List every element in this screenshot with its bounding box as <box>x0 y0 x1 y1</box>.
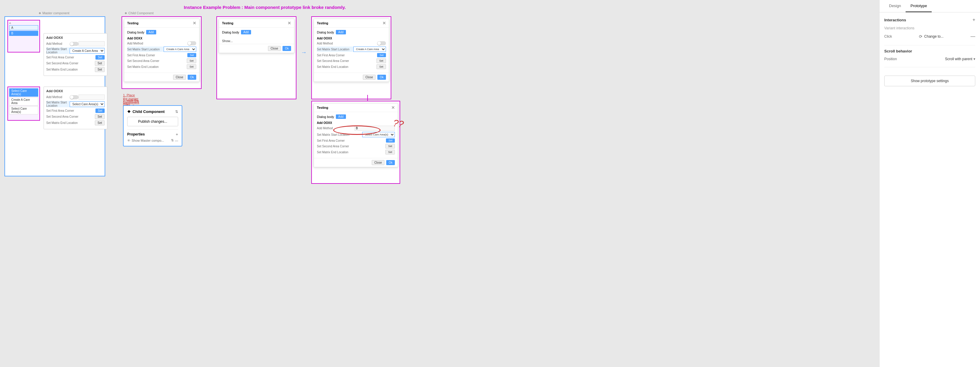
matrix-select-1[interactable]: Create A Care Area <box>70 48 105 54</box>
dialog-1-close-btn[interactable]: Close <box>173 75 186 80</box>
dialog-1-ok-btn[interactable]: Ok <box>188 75 196 80</box>
method-row-1: Add Method <box>46 41 105 46</box>
dialog-4-body: Dialog body Add Add OOXX Add Method Set … <box>314 112 398 158</box>
dialog-4-ooxx-panel: Add OOXX Add Method Set Matrix Start Loc… <box>317 121 395 154</box>
tab-prototype[interactable]: Prototype <box>905 0 932 12</box>
scroll-with-parent-label: Scroll with parent <box>945 57 972 61</box>
dialog-end-btn-3[interactable]: Set <box>377 64 386 69</box>
master-dropdown-select[interactable]: Select Care Area(s) <box>9 88 38 97</box>
dialog-second-btn-1[interactable]: Set <box>187 59 196 63</box>
end-btn-1[interactable]: Set <box>95 67 105 72</box>
interactions-section: Interactions + Variant interactions Clic… <box>884 17 975 39</box>
dialog-matrix-1[interactable]: Create A Care Area <box>164 46 196 52</box>
dialog-4-close-icon[interactable]: ✕ <box>391 105 395 110</box>
dialog-matrix-3[interactable]: Create A Care Area <box>353 46 386 52</box>
method-toggle-2[interactable] <box>70 95 78 99</box>
dialog-2-ok-btn[interactable]: Ok <box>283 46 291 51</box>
remove-interaction-icon[interactable]: — <box>970 34 975 39</box>
dialog-4-close-btn[interactable]: Close <box>372 160 385 165</box>
dialog-3-footer: Close Ok <box>314 73 389 81</box>
dialog-2: Testing ✕ Dialog body Add Show... Close … <box>219 19 294 53</box>
end-btn-2[interactable]: Set <box>95 120 105 126</box>
dialog-2-footer: Close Ok <box>219 44 294 53</box>
master-outer-container: A A B Add OOXX Add Method Set Matrix Sta… <box>5 16 105 176</box>
dialog-1-container: Testing ✕ Dialog body Add Add OOXX Add M… <box>121 16 202 89</box>
dialog-1-body-row: Dialog body Add <box>127 30 196 34</box>
first-row-1: Set First Area Corner Set <box>46 55 105 60</box>
refresh-icon: ⟳ <box>919 34 923 39</box>
dialog-2-header: Testing ✕ <box>219 19 294 27</box>
position-row: Position Scroll with parent ▾ <box>884 57 975 61</box>
properties-section: Properties + 👁 Show Master compo... ⇅ — <box>127 129 178 142</box>
child-panel-header: ❖ Child Component ⇅ <box>127 110 178 114</box>
dialog-1-footer: Close Ok <box>124 73 199 81</box>
dialog-3-ok-btn[interactable]: Ok <box>377 75 386 80</box>
dialog-4-header: Testing ✕ <box>314 103 398 112</box>
show-master-row: 👁 Show Master compo... ⇅ — <box>127 138 178 142</box>
dialog-4: Testing ✕ Dialog body Add Add OOXX Add M… <box>313 103 398 167</box>
child-label-top: ❖ Child Component <box>124 11 154 17</box>
scroll-behavior-title: Scroll behavior <box>884 49 912 53</box>
dialog-2-close-icon[interactable]: ✕ <box>288 21 291 25</box>
dialog-toggle-3[interactable] <box>377 41 386 45</box>
method-input-2[interactable] <box>78 95 105 100</box>
position-label: Position <box>884 57 897 61</box>
add-property-icon[interactable]: + <box>176 132 178 137</box>
matrix-select-2[interactable]: Select Care Area(s) <box>70 102 105 107</box>
tab-design[interactable]: Design <box>884 0 905 12</box>
canvas-area: Instance Example Problem : Main componen… <box>0 0 879 367</box>
dialog-4-add-btn[interactable]: Add <box>336 114 346 119</box>
dialog-1-body: Dialog body Add Add OOXX Add Method Set … <box>124 27 199 73</box>
sort-icon[interactable]: ⇅ <box>175 110 178 114</box>
click-label: Click <box>884 34 892 38</box>
add-interaction-icon[interactable]: + <box>973 17 975 22</box>
dialog-2-add-btn[interactable]: Add <box>241 30 251 34</box>
first-btn-2[interactable]: Set <box>95 108 105 113</box>
second-row-2: Set Second Area Corner Set <box>46 114 105 119</box>
scroll-behavior-section: Scroll behavior Position Scroll with par… <box>884 49 975 61</box>
method-toggle-1[interactable] <box>70 42 78 46</box>
property-sort-icon[interactable]: ⇅ <box>171 138 174 142</box>
property-minus-icon[interactable]: — <box>175 139 178 142</box>
master-purple-bottom: Select Care Area(s) Create A Care Area S… <box>7 87 40 121</box>
arrow-icon: → <box>301 49 307 56</box>
dialog-end-btn-4[interactable]: Set <box>385 150 395 154</box>
oval-highlight <box>333 126 380 135</box>
publish-btn[interactable]: Publish changes... <box>127 117 178 126</box>
dialog-3-add-btn[interactable]: Add <box>336 30 346 34</box>
dialog-end-btn-1[interactable]: Set <box>187 64 196 69</box>
dialog-3: Testing ✕ Dialog body Add Add OOXX Add M… <box>313 19 389 82</box>
dialog-first-btn-1[interactable]: Set <box>187 53 196 57</box>
dialog-3-header: Testing ✕ <box>314 19 389 27</box>
first-btn-1[interactable]: Set <box>95 55 105 60</box>
dialog-1-add-btn[interactable]: Add <box>146 30 156 34</box>
show-prototype-settings-btn[interactable]: Show prototype settings <box>884 76 975 86</box>
interactions-header: Interactions + <box>884 17 975 22</box>
matrix-row-1: Set Matrix Start Location Create A Care … <box>46 48 105 54</box>
master-dropdown-a[interactable]: A <box>9 25 38 30</box>
change-to-label[interactable]: Change to... <box>924 34 943 38</box>
master-dropdown-select2[interactable]: Select Care Area(s) <box>9 106 38 114</box>
dialog-first-btn-3[interactable]: Set <box>377 53 386 57</box>
dialog-1-close-icon[interactable]: ✕ <box>192 21 196 25</box>
dialog-second-btn-3[interactable]: Set <box>377 59 386 63</box>
method-row-2: Add Method <box>46 95 105 100</box>
second-btn-2[interactable]: Set <box>95 114 105 119</box>
second-btn-1[interactable]: Set <box>95 61 105 66</box>
dialog-4-ok-btn[interactable]: Ok <box>386 160 395 165</box>
master-dropdown-create2[interactable]: Create A Care Area <box>9 97 38 105</box>
dialog-3-close-icon[interactable]: ✕ <box>382 21 386 25</box>
dialog-toggle-1[interactable] <box>187 41 196 45</box>
dialog-first-btn-4[interactable]: Set <box>386 138 395 143</box>
panel-tabs: Design Prototype <box>880 0 980 13</box>
dialog-second-btn-4[interactable]: Set <box>385 144 395 149</box>
click-interaction-row: Click ⟳ Change to... — <box>884 34 975 39</box>
dialog-3-close-btn[interactable]: Close <box>363 75 376 80</box>
master-dropdown-b[interactable]: B <box>9 31 38 36</box>
dialog-3-ooxx-panel: Add OOXX Add Method Set Matrix Start Loc… <box>317 37 386 69</box>
method-input-1[interactable] <box>78 41 105 46</box>
dialog-2-close-btn[interactable]: Close <box>268 46 281 51</box>
properties-header: Properties + <box>127 132 178 137</box>
chevron-down-icon: ▾ <box>974 57 975 61</box>
scroll-with-parent-dropdown[interactable]: Scroll with parent ▾ <box>945 57 975 61</box>
